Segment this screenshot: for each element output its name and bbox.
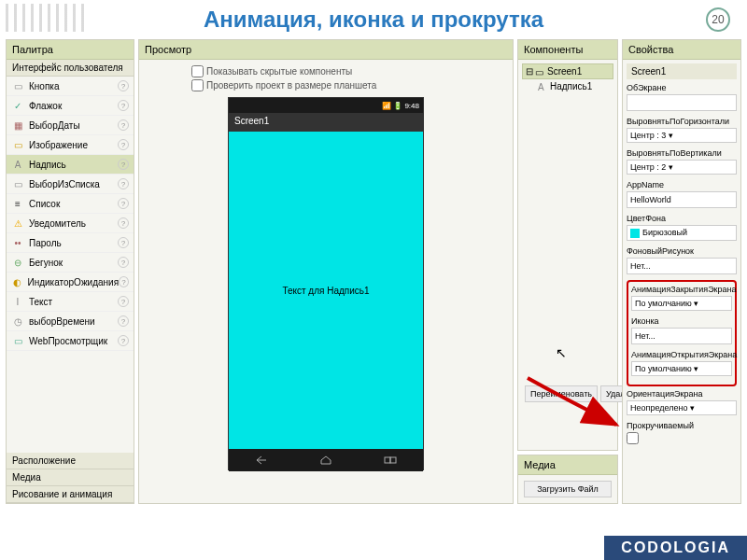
- prop-select[interactable]: Центр : 2 ▾: [627, 160, 737, 175]
- palette-item-icon: ⚠: [11, 217, 24, 230]
- palette-list: ▭Кнопка?✓Флажок?▦ВыборДаты?▭Изображение?…: [7, 77, 134, 453]
- help-icon[interactable]: ?: [118, 315, 129, 327]
- prop-label: ФоновыйРисунок: [627, 246, 737, 256]
- palette-section-2[interactable]: Рисование и анимация: [7, 486, 134, 503]
- palette-item-icon: A: [11, 158, 24, 171]
- page-title: Анимация, иконка и прокрутка: [204, 7, 543, 33]
- prop-select[interactable]: По умолчанию ▾: [631, 296, 732, 311]
- palette-item-icon: ▦: [11, 119, 24, 132]
- palette-item-label: выборВремени: [29, 316, 118, 327]
- help-icon[interactable]: ?: [118, 119, 129, 131]
- highlighted-properties: АнимацияЗакрытияЭкранаПо умолчанию ▾Икон…: [627, 280, 737, 386]
- palette-section-ui[interactable]: Интерфейс пользователя: [7, 60, 134, 77]
- prop-input[interactable]: [627, 258, 737, 274]
- battery-icon: 🔋: [393, 102, 402, 110]
- palette-item-1[interactable]: ✓Флажок?: [7, 96, 134, 116]
- svg-rect-0: [385, 457, 390, 463]
- palette-item-label: Список: [29, 199, 118, 209]
- title-bar: Анимация, иконка и прокрутка 20: [0, 0, 747, 39]
- viewer-panel: Просмотр Показывать скрытые компоненты П…: [138, 39, 514, 504]
- prop-ВыровнятьПоГоризонтали: ВыровнятьПоГоризонталиЦентр : 3 ▾: [627, 117, 737, 143]
- help-icon[interactable]: ?: [118, 237, 129, 248]
- palette-item-3[interactable]: ▭Изображение?: [7, 135, 134, 155]
- properties-header: Свойства: [623, 40, 740, 60]
- signal-icon: 📶: [382, 102, 391, 110]
- help-icon[interactable]: ?: [118, 296, 129, 307]
- palette-item-icon: ◐: [11, 275, 22, 288]
- palette-item-label: ВыборДаты: [29, 120, 118, 131]
- palette-item-icon: ⊖: [11, 256, 24, 269]
- nav-recent-icon[interactable]: [382, 454, 399, 467]
- prop-input[interactable]: [627, 94, 737, 111]
- palette-item-label: Кнопка: [29, 81, 118, 91]
- palette-item-9[interactable]: ⊖Бегунок?: [7, 253, 134, 273]
- palette-item-13[interactable]: ▭WebПросмотрщик?: [7, 331, 134, 351]
- phone-screen[interactable]: Текст для Надпись1: [229, 132, 423, 449]
- rename-button[interactable]: Переименовать: [525, 385, 598, 402]
- help-icon[interactable]: ?: [118, 139, 129, 150]
- palette-section-1[interactable]: Медиа: [7, 469, 134, 486]
- page-number-badge: 20: [706, 7, 730, 32]
- palette-item-12[interactable]: ◷выборВремени?: [7, 312, 134, 331]
- prop-AppName: AppName: [627, 180, 737, 208]
- palette-item-5[interactable]: ▭ВыборИзСписка?: [7, 175, 134, 194]
- prop-label: AppName: [627, 180, 737, 189]
- palette-item-icon: ▭: [11, 177, 24, 190]
- prop-label: ВыровнятьПоВертикали: [627, 148, 737, 158]
- prop-input[interactable]: [627, 191, 737, 208]
- prop-checkbox[interactable]: [627, 432, 639, 444]
- palette-item-10[interactable]: ◐ИндикаторОжидания?: [7, 273, 134, 292]
- help-icon[interactable]: ?: [119, 276, 129, 287]
- prop-АнимацияОткрытияЭкрана: АнимацияОткрытияЭкранаПо умолчанию ▾: [631, 350, 732, 376]
- components-header: Компоненты: [518, 40, 617, 60]
- help-icon[interactable]: ?: [118, 257, 129, 268]
- palette-item-label: Надпись: [29, 160, 118, 170]
- palette-section-0[interactable]: Расположение: [7, 453, 134, 469]
- prop-Иконка: Иконка: [631, 316, 732, 344]
- tree-label1[interactable]: A Надпись1: [535, 79, 613, 93]
- prop-label: Иконка: [631, 316, 732, 326]
- phone-time: 9:48: [404, 102, 419, 110]
- prop-color[interactable]: Бирюзовый: [627, 225, 737, 241]
- prop-select[interactable]: Центр : 3 ▾: [627, 128, 737, 143]
- properties-title: Screen1: [627, 63, 737, 79]
- palette-item-icon: ◷: [11, 315, 24, 328]
- palette-item-7[interactable]: ⚠Уведомитель?: [7, 214, 134, 233]
- help-icon[interactable]: ?: [118, 100, 129, 111]
- components-panel: Компоненты ⊟ ▭ Screen1 A Надпись1 Переим…: [517, 39, 618, 451]
- help-icon[interactable]: ?: [118, 178, 129, 189]
- phone-navbar: [229, 449, 423, 471]
- help-icon[interactable]: ?: [118, 198, 129, 209]
- prop-label: ЦветФона: [627, 214, 737, 223]
- help-icon[interactable]: ?: [118, 217, 129, 229]
- prop-input[interactable]: [631, 328, 732, 344]
- palette-item-label: Текст: [29, 297, 118, 307]
- prop-ЦветФона: ЦветФонаБирюзовый: [627, 214, 737, 241]
- label-component[interactable]: Текст для Надпись1: [282, 286, 369, 296]
- palette-item-label: ИндикаторОжидания: [27, 277, 119, 287]
- check-tablet[interactable]: Проверить проект в размере планшета: [191, 79, 376, 91]
- palette-item-4[interactable]: AНадпись?: [7, 155, 134, 175]
- palette-item-0[interactable]: ▭Кнопка?: [7, 77, 134, 96]
- help-icon[interactable]: ?: [118, 159, 129, 170]
- palette-item-2[interactable]: ▦ВыборДаты?: [7, 116, 134, 135]
- nav-home-icon[interactable]: [317, 454, 334, 467]
- viewer-header: Просмотр: [139, 40, 513, 60]
- palette-item-icon: ▭: [11, 138, 24, 151]
- palette-item-icon: ≡: [11, 197, 24, 210]
- palette-item-11[interactable]: IТекст?: [7, 292, 134, 312]
- palette-item-6[interactable]: ≡Список?: [7, 194, 134, 214]
- help-icon[interactable]: ?: [118, 335, 129, 346]
- palette-item-8[interactable]: ••Пароль?: [7, 233, 134, 253]
- help-icon[interactable]: ?: [118, 80, 129, 91]
- palette-item-label: Пароль: [29, 238, 118, 248]
- prop-АнимацияЗакрытияЭкрана: АнимацияЗакрытияЭкранаПо умолчанию ▾: [631, 285, 732, 311]
- check-hidden[interactable]: Показывать скрытые компоненты: [191, 65, 376, 77]
- prop-select[interactable]: Неопределено ▾: [627, 400, 737, 415]
- tree-screen1[interactable]: ⊟ ▭ Screen1: [522, 63, 613, 79]
- nav-back-icon[interactable]: [253, 454, 270, 467]
- upload-file-button[interactable]: Загрузить Файл: [524, 481, 612, 497]
- palette-item-label: Изображение: [29, 140, 118, 150]
- prop-label: ОбЭкране: [627, 83, 737, 92]
- prop-select[interactable]: По умолчанию ▾: [631, 361, 732, 376]
